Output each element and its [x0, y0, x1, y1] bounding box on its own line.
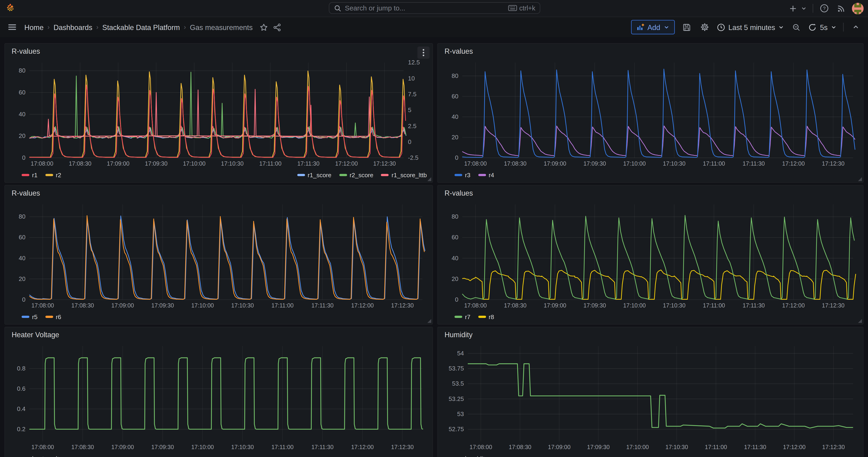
breadcrumb-dashboards[interactable]: Dashboards	[54, 23, 92, 31]
svg-text:0.6: 0.6	[17, 385, 25, 392]
new-plus-button[interactable]	[787, 3, 798, 14]
svg-text:17:11:30: 17:11:30	[297, 160, 319, 167]
svg-text:53.5: 53.5	[452, 380, 464, 387]
panel-resize-handle[interactable]	[858, 319, 862, 323]
svg-text:80: 80	[19, 213, 25, 220]
legend-item-humidity[interactable]: humidity	[455, 455, 488, 457]
svg-text:?: ?	[823, 6, 826, 11]
chart-canvas: 02040608017:08:0017:08:3017:09:0017:09:3…	[442, 201, 859, 309]
series-r7	[462, 215, 854, 299]
panel-resize-handle[interactable]	[427, 177, 431, 181]
svg-text:17:12:00: 17:12:00	[783, 444, 805, 450]
legend-item-r4[interactable]: r4	[478, 172, 494, 178]
add-chevron-down-icon	[664, 24, 669, 30]
svg-text:12.5: 12.5	[408, 59, 420, 66]
dashboard-settings-gear-icon[interactable]	[699, 22, 710, 33]
time-range-label: Last 5 minutes	[728, 23, 775, 31]
svg-text:17:11:30: 17:11:30	[743, 302, 765, 309]
panel-resize-handle[interactable]	[858, 177, 862, 181]
legend-item-heatervoltage[interactable]: heatervoltage	[22, 455, 69, 457]
svg-text:17:11:30: 17:11:30	[311, 444, 333, 450]
legend-label: r2	[56, 172, 61, 178]
mega-menu-toggle[interactable]	[7, 22, 18, 33]
legend-label: r5	[32, 313, 37, 320]
svg-text:53: 53	[457, 410, 464, 418]
svg-text:20: 20	[19, 275, 25, 282]
panel-title[interactable]: R-values	[444, 47, 473, 55]
add-panel-button[interactable]: Add	[631, 20, 675, 34]
legend-item-r3[interactable]: r3	[455, 172, 470, 178]
legend-item-r2[interactable]: r2	[45, 172, 61, 178]
breadcrumb-folder[interactable]: Stackable Data Platform	[102, 23, 180, 31]
panel-r-values-2: R-values 02040608017:08:0017:08:3017:09:…	[437, 43, 864, 183]
search-icon	[334, 4, 341, 12]
share-icon[interactable]	[272, 22, 283, 33]
panel-title[interactable]: R-values	[11, 189, 40, 197]
refresh-picker[interactable]: 5s	[808, 23, 836, 31]
breadcrumb-separator: ›	[96, 23, 99, 31]
svg-text:17:11:30: 17:11:30	[744, 444, 766, 450]
panel-title[interactable]: R-values	[11, 47, 40, 55]
svg-text:17:09:30: 17:09:30	[145, 160, 167, 167]
new-chevron-down-icon[interactable]	[800, 3, 807, 14]
time-series-chart[interactable]: 52.755353.2553.553.755417:08:0017:08:301…	[442, 343, 859, 451]
legend-swatch	[45, 315, 53, 318]
svg-text:17:11:00: 17:11:00	[705, 444, 727, 450]
svg-text:17:12:00: 17:12:00	[782, 160, 805, 167]
svg-text:17:10:30: 17:10:30	[663, 302, 685, 309]
svg-text:17:08:00: 17:08:00	[31, 302, 54, 309]
svg-text:20: 20	[19, 132, 25, 139]
legend-item-r6[interactable]: r6	[45, 313, 61, 320]
panel-menu-kebab-icon[interactable]	[417, 47, 430, 59]
svg-text:17:11:00: 17:11:00	[703, 302, 725, 309]
legend-label: r1	[32, 172, 37, 178]
svg-text:17:10:30: 17:10:30	[231, 302, 254, 309]
user-avatar[interactable]	[852, 3, 864, 14]
breadcrumb-home[interactable]: Home	[24, 23, 44, 31]
svg-text:17:09:00: 17:09:00	[107, 160, 129, 167]
grafana-logo[interactable]	[6, 3, 16, 13]
series-r8	[462, 270, 856, 299]
panel-title[interactable]: Heater Voltage	[11, 331, 59, 339]
legend-item-r5[interactable]: r5	[22, 313, 38, 320]
time-series-chart[interactable]: 0.20.40.60.817:08:0017:08:3017:09:0017:0…	[9, 343, 428, 451]
chart-canvas: 02040608017:08:0017:08:3017:09:0017:09:3…	[9, 201, 428, 309]
svg-text:5: 5	[408, 106, 411, 114]
svg-text:17:08:30: 17:08:30	[71, 302, 94, 309]
save-dashboard-icon[interactable]	[681, 22, 692, 33]
svg-text:17:08:00: 17:08:00	[31, 160, 53, 167]
time-series-chart[interactable]: 02040608017:08:0017:08:3017:09:0017:09:3…	[442, 59, 859, 168]
help-icon[interactable]: ?	[819, 3, 830, 14]
legend-item-r1_score_lttb[interactable]: r1_score_lttb	[381, 172, 427, 178]
legend-item-r1[interactable]: r1	[22, 172, 38, 178]
legend-label: r2_score	[350, 172, 373, 178]
panel-title[interactable]: R-values	[444, 189, 473, 197]
time-series-chart[interactable]: 020406080-2.502.557.51012.517:08:0017:08…	[9, 59, 428, 168]
svg-text:17:12:00: 17:12:00	[335, 160, 358, 167]
grafana-app: Search or jump to... ctrl+k ?	[0, 0, 868, 457]
legend-item-r2_score[interactable]: r2_score	[339, 172, 373, 178]
legend-item-r1_score[interactable]: r1_score	[297, 172, 331, 178]
news-rss-icon[interactable]	[835, 3, 847, 14]
favorite-star-icon[interactable]	[258, 22, 270, 33]
time-range-picker[interactable]: Last 5 minutes	[717, 23, 784, 31]
legend-swatch	[455, 174, 462, 176]
legend-item-r8[interactable]: r8	[478, 313, 494, 320]
keyboard-icon	[508, 5, 517, 11]
panel-legend: heatervoltage	[22, 453, 427, 457]
collapse-chevron-up-icon[interactable]	[850, 22, 862, 33]
svg-text:17:09:30: 17:09:30	[587, 444, 610, 450]
series-r1_score_lttb_peaks	[48, 89, 370, 136]
breadcrumb: Home › Dashboards › Stackable Data Platf…	[24, 23, 253, 31]
time-series-chart[interactable]: 02040608017:08:0017:08:3017:09:0017:09:3…	[442, 201, 859, 309]
panel-title[interactable]: Humidity	[444, 331, 472, 339]
time-range-chevron-down-icon	[778, 24, 784, 30]
search-input[interactable]: Search or jump to... ctrl+k	[329, 2, 540, 14]
panel-r-values-1: R-values 020406080-2.502.557.51012.517:0…	[4, 43, 433, 183]
svg-text:17:10:00: 17:10:00	[626, 444, 649, 450]
zoom-out-time-icon[interactable]	[790, 22, 802, 33]
svg-text:-2.5: -2.5	[408, 154, 418, 161]
time-series-chart[interactable]: 02040608017:08:0017:08:3017:09:0017:09:3…	[9, 201, 428, 309]
panel-resize-handle[interactable]	[427, 319, 431, 323]
legend-item-r7[interactable]: r7	[455, 313, 470, 320]
